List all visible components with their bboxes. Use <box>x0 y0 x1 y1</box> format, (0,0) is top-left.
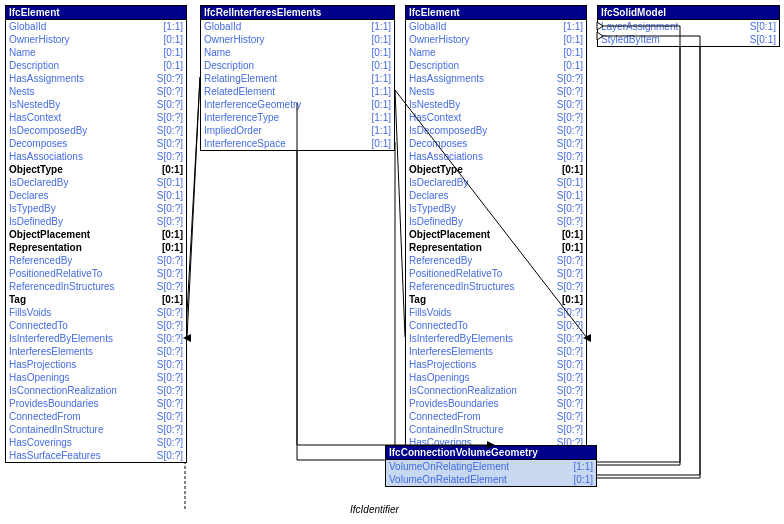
row-cvg-volumeonrelated: VolumeOnRelatedElement[0:1] <box>386 473 596 486</box>
row-ri-relatingelement: RelatingElement[1:1] <box>201 72 394 85</box>
row-ri-interferencegeometry: InterferenceGeometry[0:1] <box>201 98 394 111</box>
row-globalid-1: GlobalId[1:1] <box>6 20 186 33</box>
row-referencedby-1: ReferencedByS[0:?] <box>6 254 186 267</box>
bottom-label-ifcidentifier: IfcIdentifier <box>350 504 399 515</box>
row-nests-2: NestsS[0:?] <box>406 85 586 98</box>
row-isnestedby-2: IsNestedByS[0:?] <box>406 98 586 111</box>
row-ri-description: Description[0:1] <box>201 59 394 72</box>
row-isdefinedby-1: IsDefinedByS[0:?] <box>6 215 186 228</box>
row-connectedfrom-2: ConnectedFromS[0:?] <box>406 410 586 423</box>
row-tag-1: Tag[0:1] <box>6 293 186 306</box>
row-hasassignments-1: HasAssignmentsS[0:?] <box>6 72 186 85</box>
row-connectedto-2: ConnectedToS[0:?] <box>406 319 586 332</box>
row-cvg-volumeonrelating: VolumeOnRelatingElement[1:1] <box>386 460 596 473</box>
row-isdecomposedby-2: IsDecomposedByS[0:?] <box>406 124 586 137</box>
uml-box-ifcsolidmodel: IfcSolidModel LayerAssignmentS[0:1] Styl… <box>597 5 780 47</box>
row-ri-globalid: GlobalId[1:1] <box>201 20 394 33</box>
row-hasassignments-2: HasAssignmentsS[0:?] <box>406 72 586 85</box>
uml-box-ifcconnectionvolumegeometry: IfcConnectionVolumeGeometry VolumeOnRela… <box>385 445 597 487</box>
row-istypedby-1: IsTypedByS[0:?] <box>6 202 186 215</box>
row-hascoverings-1: HasCoveringsS[0:?] <box>6 436 186 449</box>
uml-box-ifcelement1: IfcElement GlobalId[1:1] OwnerHistory[0:… <box>5 5 187 463</box>
row-description-2: Description[0:1] <box>406 59 586 72</box>
row-isdeclaredby-2: IsDeclaredByS[0:1] <box>406 176 586 189</box>
row-connectedfrom-1: ConnectedFromS[0:?] <box>6 410 186 423</box>
row-sm-layerassignment: LayerAssignmentS[0:1] <box>598 20 779 33</box>
row-ri-name: Name[0:1] <box>201 46 394 59</box>
row-objecttype-1: ObjectType[0:1] <box>6 163 186 176</box>
row-hasassociations-1: HasAssociationsS[0:?] <box>6 150 186 163</box>
row-hasassociations-2: HasAssociationsS[0:?] <box>406 150 586 163</box>
row-objectplacement-1: ObjectPlacement[0:1] <box>6 228 186 241</box>
row-isdeclaredby-1: IsDeclaredByS[0:1] <box>6 176 186 189</box>
uml-header-ifcsolidmodel: IfcSolidModel <box>598 6 779 20</box>
row-referencedinstructures-2: ReferencedInStructuresS[0:?] <box>406 280 586 293</box>
row-declares-2: DeclaresS[0:1] <box>406 189 586 202</box>
row-referencedby-2: ReferencedByS[0:?] <box>406 254 586 267</box>
row-isinterferedby-2: IsInterferedByElementsS[0:?] <box>406 332 586 345</box>
row-istypedby-2: IsTypedByS[0:?] <box>406 202 586 215</box>
uml-box-ifcrelinterferes: IfcRelInterferesElements GlobalId[1:1] O… <box>200 5 395 151</box>
row-hascontext-2: HasContextS[0:?] <box>406 111 586 124</box>
row-hasprojections-2: HasProjectionsS[0:?] <box>406 358 586 371</box>
row-globalid-2: GlobalId[1:1] <box>406 20 586 33</box>
uml-header-ifcelement2: IfcElement <box>406 6 586 20</box>
row-hasprojections-1: HasProjectionsS[0:?] <box>6 358 186 371</box>
row-ri-interferencetype: InterferenceType[1:1] <box>201 111 394 124</box>
row-interfereselements-1: InterferesElementsS[0:?] <box>6 345 186 358</box>
row-providesboundaries-1: ProvidesBoundariesS[0:?] <box>6 397 186 410</box>
row-hassurfacefeatures-1: HasSurfaceFeaturesS[0:?] <box>6 449 186 462</box>
row-ri-ownerhistory: OwnerHistory[0:1] <box>201 33 394 46</box>
row-fillsvoids-2: FillsVoidsS[0:?] <box>406 306 586 319</box>
row-isdefinedby-2: IsDefinedByS[0:?] <box>406 215 586 228</box>
row-ri-relatedelement: RelatedElement[1:1] <box>201 85 394 98</box>
row-name-2: Name[0:1] <box>406 46 586 59</box>
row-ri-impliedorder: ImpliedOrder[1:1] <box>201 124 394 137</box>
row-isconnectionrealization-1: IsConnectionRealizationS[0:?] <box>6 384 186 397</box>
uml-header-ifcconnectionvolumegeometry: IfcConnectionVolumeGeometry <box>386 446 596 460</box>
row-ownerhistory-1: OwnerHistory[0:1] <box>6 33 186 46</box>
row-declares-1: DeclaresS[0:1] <box>6 189 186 202</box>
row-description-1: Description[0:1] <box>6 59 186 72</box>
row-providesboundaries-2: ProvidesBoundariesS[0:?] <box>406 397 586 410</box>
row-objectplacement-2: ObjectPlacement[0:1] <box>406 228 586 241</box>
uml-header-ifcrelinterferes: IfcRelInterferesElements <box>201 6 394 20</box>
row-representation-1: Representation[0:1] <box>6 241 186 254</box>
row-nests-1: NestsS[0:?] <box>6 85 186 98</box>
row-ri-interferencespace: InterferenceSpace[0:1] <box>201 137 394 150</box>
svg-line-0 <box>185 77 200 350</box>
row-containedinstructure-2: ContainedInStructureS[0:?] <box>406 423 586 436</box>
row-name-1: Name[0:1] <box>6 46 186 59</box>
svg-line-1 <box>395 90 405 337</box>
row-isconnectionrealization-2: IsConnectionRealizationS[0:?] <box>406 384 586 397</box>
row-connectedto-1: ConnectedToS[0:?] <box>6 319 186 332</box>
row-isdecomposedby-1: IsDecomposedByS[0:?] <box>6 124 186 137</box>
row-hasopenings-1: HasOpeningsS[0:?] <box>6 371 186 384</box>
row-isnestedby-1: IsNestedByS[0:?] <box>6 98 186 111</box>
row-isinterferedby-1: IsInterferedByElementsS[0:?] <box>6 332 186 345</box>
row-tag-2: Tag[0:1] <box>406 293 586 306</box>
row-containedinstructure-1: ContainedInStructureS[0:?] <box>6 423 186 436</box>
row-decomposes-1: DecomposesS[0:?] <box>6 137 186 150</box>
row-fillsvoids-1: FillsVoidsS[0:?] <box>6 306 186 319</box>
row-hasopenings-2: HasOpeningsS[0:?] <box>406 371 586 384</box>
row-objecttype-2: ObjectType[0:1] <box>406 163 586 176</box>
row-referencedinstructures-1: ReferencedInStructuresS[0:?] <box>6 280 186 293</box>
row-ownerhistory-2: OwnerHistory[0:1] <box>406 33 586 46</box>
row-hascontext-1: HasContextS[0:?] <box>6 111 186 124</box>
row-representation-2: Representation[0:1] <box>406 241 586 254</box>
uml-header-ifcelement1: IfcElement <box>6 6 186 20</box>
row-decomposes-2: DecomposesS[0:?] <box>406 137 586 150</box>
row-positionedrelativeto-1: PositionedRelativeToS[0:?] <box>6 267 186 280</box>
row-interfereselements-2: InterferesElementsS[0:?] <box>406 345 586 358</box>
diagram-container: IfcElement GlobalId[1:1] OwnerHistory[0:… <box>0 0 784 524</box>
svg-line-12 <box>187 77 200 338</box>
row-sm-styledbyitem: StyledByItemS[0:1] <box>598 33 779 46</box>
row-positionedrelativeto-2: PositionedRelativeToS[0:?] <box>406 267 586 280</box>
uml-box-ifcelement2: IfcElement GlobalId[1:1] OwnerHistory[0:… <box>405 5 587 463</box>
